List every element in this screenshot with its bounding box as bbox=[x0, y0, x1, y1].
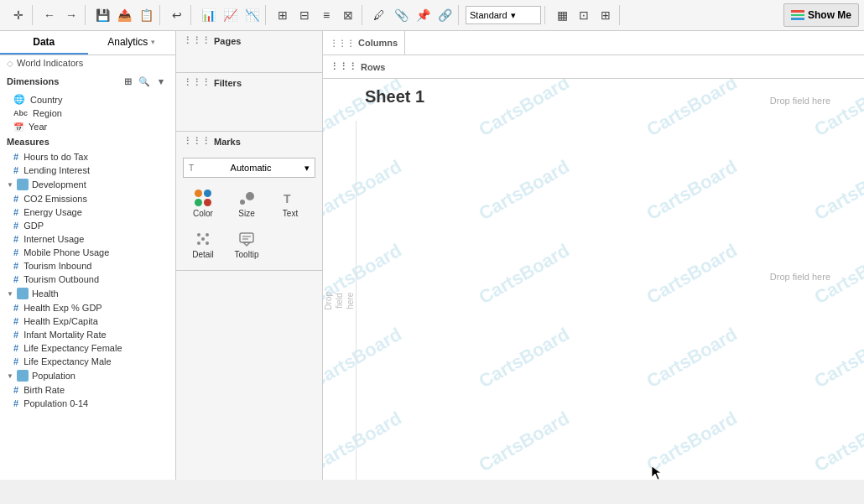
measure-infant[interactable]: # Infant Mortality Rate bbox=[0, 328, 175, 341]
watermark-15: CartsBoard bbox=[643, 324, 742, 392]
pages-section: ⋮⋮⋮ Pages bbox=[176, 31, 322, 73]
tab-data-label: Data bbox=[33, 36, 55, 48]
mark1-button[interactable]: 🖊 bbox=[369, 5, 389, 25]
undo-button[interactable]: ↩ bbox=[167, 5, 187, 25]
drag-rows-icon: ⋮⋮⋮ bbox=[330, 61, 357, 72]
measure-health-gdp[interactable]: # Health Exp % GDP bbox=[0, 301, 175, 314]
measure-health-capita[interactable]: # Health Exp/Capita bbox=[0, 314, 175, 328]
show-me-button[interactable]: Show Me bbox=[783, 3, 859, 27]
svg-point-3 bbox=[197, 233, 200, 236]
abc-icon: Abc bbox=[13, 109, 28, 117]
marks-label: Marks bbox=[214, 137, 241, 147]
grid-icon[interactable]: ⊞ bbox=[120, 74, 135, 89]
measure-life-male[interactable]: # Life Expectancy Male bbox=[0, 355, 175, 368]
watermark-11: CartsBoard bbox=[643, 240, 742, 309]
hash-icon: # bbox=[13, 152, 18, 162]
marks-size-btn[interactable]: Size bbox=[226, 184, 267, 222]
measure-hours-tax[interactable]: # Hours to do Tax bbox=[0, 150, 175, 164]
marks-detail-label: Detail bbox=[192, 250, 214, 259]
toolbar: ✛ ← → 💾 📤 📋 ↩ 📊 📈 📉 ⊞ ⊟ ≡ ⊠ 🖊 📎 📌 🔗 Stan… bbox=[0, 0, 864, 31]
measure-gdp[interactable]: # GDP bbox=[0, 219, 175, 232]
globe-icon: 🌐 bbox=[13, 94, 25, 105]
dimension-year[interactable]: 📅 Year bbox=[0, 120, 175, 133]
standard-select[interactable]: Standard ▾ bbox=[466, 6, 541, 24]
dimension-region-label: Region bbox=[33, 108, 62, 118]
data-source-name: World Indicators bbox=[17, 58, 83, 68]
measure-lending-interest[interactable]: # Lending Interest bbox=[0, 164, 175, 177]
cursor-indicator bbox=[650, 465, 664, 478]
measure-tourism-out[interactable]: # Tourism Outbound bbox=[0, 273, 175, 286]
left-drop-text: Dropfieldhere bbox=[323, 292, 356, 310]
search-icon[interactable]: 🔍 bbox=[137, 74, 152, 89]
mark4-button[interactable]: 🔗 bbox=[435, 5, 455, 25]
save-button[interactable]: 💾 bbox=[92, 5, 112, 25]
group-population-icon bbox=[17, 370, 29, 382]
marks-type-arrow: ▾ bbox=[304, 163, 310, 174]
forward-button[interactable]: → bbox=[61, 5, 81, 25]
tab-analytics[interactable]: Analytics ▾ bbox=[88, 31, 176, 55]
view3-button[interactable]: ⊞ bbox=[596, 5, 616, 25]
measure-birth[interactable]: # Birth Rate bbox=[0, 383, 175, 397]
filter4-button[interactable]: ⊠ bbox=[338, 5, 358, 25]
back-button[interactable]: ← bbox=[39, 5, 60, 25]
measure-mobile[interactable]: # Mobile Phone Usage bbox=[0, 246, 175, 259]
marks-detail-btn[interactable]: Detail bbox=[183, 226, 223, 263]
triangle-down-icon: ▼ bbox=[7, 181, 13, 189]
pages-title: ⋮⋮⋮ Pages bbox=[176, 31, 322, 50]
mark2-button[interactable]: 📎 bbox=[391, 5, 411, 25]
marks-title: ⋮⋮⋮ Marks bbox=[176, 132, 322, 151]
group-development[interactable]: ▼ Development bbox=[0, 177, 175, 192]
tooltip-icon bbox=[237, 230, 257, 248]
new-button[interactable]: ✛ bbox=[8, 5, 29, 25]
marks-icon: ⋮⋮⋮ bbox=[183, 136, 211, 147]
measure-pop014-label: Population 0-14 bbox=[23, 398, 88, 408]
triangle-down-icon: ▼ bbox=[7, 372, 13, 380]
view2-button[interactable]: ⊡ bbox=[574, 5, 594, 25]
measure-internet[interactable]: # Internet Usage bbox=[0, 232, 175, 246]
rows-section[interactable]: ⋮⋮⋮ Rows bbox=[323, 55, 864, 79]
measure-pop014[interactable]: # Population 0-14 bbox=[0, 397, 175, 410]
marks-color-btn[interactable]: Color bbox=[183, 184, 223, 222]
dimension-country-label: Country bbox=[30, 95, 63, 105]
chevron-icon[interactable]: ▾ bbox=[154, 74, 169, 89]
toolbar-standard-group: Standard ▾ bbox=[462, 6, 545, 24]
filter3-button[interactable]: ≡ bbox=[316, 5, 336, 25]
marks-text-btn[interactable]: T Text bbox=[270, 184, 310, 222]
measure-energy-label: Energy Usage bbox=[23, 207, 82, 217]
watermark-8: CartsBoard bbox=[811, 156, 864, 225]
view1-button[interactable]: ▦ bbox=[552, 5, 572, 25]
rows-label: Rows bbox=[361, 62, 385, 72]
dimension-country[interactable]: 🌐 Country bbox=[0, 92, 175, 107]
measure-energy[interactable]: # Energy Usage bbox=[0, 205, 175, 219]
section-icons: ⊞ 🔍 ▾ bbox=[120, 74, 169, 89]
columns-section[interactable]: ⋮⋮⋮ Columns bbox=[323, 31, 405, 55]
marks-tooltip-btn[interactable]: Tooltip bbox=[226, 226, 267, 263]
publish-button[interactable]: 📤 bbox=[114, 5, 134, 25]
chart2-button[interactable]: 📈 bbox=[220, 5, 240, 25]
measure-co2[interactable]: # CO2 Emissions bbox=[0, 192, 175, 205]
dimensions-label: Dimensions bbox=[7, 76, 59, 86]
detail-icon bbox=[193, 230, 213, 248]
filter2-button[interactable]: ⊟ bbox=[294, 5, 315, 25]
svg-point-5 bbox=[206, 242, 209, 245]
analytics-arrow-icon: ▾ bbox=[151, 38, 155, 46]
watermark-18: CartsBoard bbox=[476, 408, 574, 476]
filters-title: ⋮⋮⋮ Filters bbox=[176, 73, 322, 92]
export-button[interactable]: 📋 bbox=[136, 5, 156, 25]
chart-button[interactable]: 📊 bbox=[198, 5, 218, 25]
dimension-region[interactable]: Abc Region bbox=[0, 107, 175, 120]
filters-icon: ⋮⋮⋮ bbox=[183, 77, 211, 88]
hash-icon: # bbox=[13, 398, 18, 408]
mark3-button[interactable]: 📌 bbox=[413, 5, 433, 25]
group-population[interactable]: ▼ Population bbox=[0, 368, 175, 383]
measure-life-female[interactable]: # Life Expectancy Female bbox=[0, 341, 175, 355]
chart3-button[interactable]: 📉 bbox=[242, 5, 262, 25]
marks-type-select[interactable]: T Automatic ▾ bbox=[183, 158, 315, 178]
filter1-button[interactable]: ⊞ bbox=[273, 5, 293, 25]
measure-co2-label: CO2 Emissions bbox=[23, 194, 87, 204]
measure-tourism-in[interactable]: # Tourism Inbound bbox=[0, 259, 175, 273]
marks-tooltip-label: Tooltip bbox=[235, 250, 259, 259]
tab-data[interactable]: Data bbox=[0, 31, 88, 55]
columns-label: Columns bbox=[358, 38, 398, 48]
group-health[interactable]: ▼ Health bbox=[0, 286, 175, 301]
